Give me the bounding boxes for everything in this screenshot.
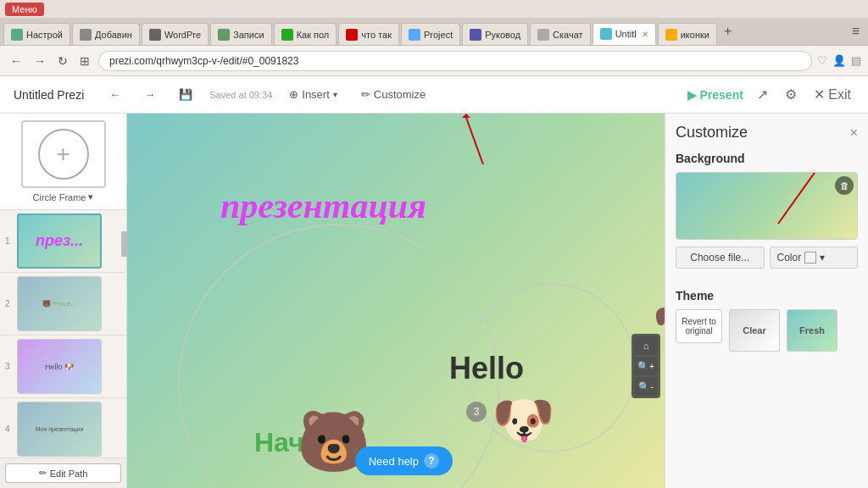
tab-close-untitl[interactable]: ✕ xyxy=(642,30,648,39)
share-button[interactable]: ↗ xyxy=(754,83,771,106)
frame-selector: + Circle Frame ▾ xyxy=(0,114,126,210)
color-swatch xyxy=(804,252,816,263)
title-bar: Меню xyxy=(0,0,868,19)
tab-project[interactable]: Project xyxy=(401,23,460,45)
refresh-button[interactable]: ↻ xyxy=(54,53,71,69)
panel-title: Customize xyxy=(676,124,748,141)
tab-label: Скачат xyxy=(553,30,583,40)
sidebar-resize-handle[interactable] xyxy=(121,231,127,257)
tab-icon-untitl xyxy=(600,28,612,40)
tab-nastroy[interactable]: Настрой xyxy=(3,23,70,45)
customize-panel: Customize × Background 🗑 Choose file... … xyxy=(665,114,868,488)
user-icon[interactable]: 👤 xyxy=(832,54,846,67)
slide-item-2[interactable]: 2 🐻 Proce... xyxy=(0,273,126,336)
clear-theme-label: Clear xyxy=(743,325,766,336)
theme-section-label: Theme xyxy=(676,289,858,302)
theme-item-fresh[interactable]: Fresh xyxy=(787,309,837,352)
tab-ikonki[interactable]: иконки xyxy=(658,23,717,45)
slide-num-1: 1 xyxy=(5,236,17,246)
tab-label: Настрой xyxy=(26,30,63,40)
svg-line-2 xyxy=(778,173,821,224)
edit-path-button[interactable]: ✏ Edit Path xyxy=(5,463,121,483)
canvas-drag-handle[interactable]: ⌂ 🔍+ 🔍- xyxy=(632,334,660,398)
home-button[interactable]: ⊞ xyxy=(76,53,93,69)
exit-button[interactable]: ✕ Exit xyxy=(810,83,854,106)
tab-icon-dobav xyxy=(80,29,92,41)
panel-close-button[interactable]: × xyxy=(850,125,858,141)
slide-thumb-1: през... xyxy=(17,214,102,269)
customize-button[interactable]: ✏ Customize xyxy=(354,85,432,104)
tab-icon-ikonki xyxy=(665,29,677,41)
canvas-main-text: презентация xyxy=(220,186,426,226)
close-icon: ✕ xyxy=(814,87,825,102)
tab-zapisi[interactable]: Записи xyxy=(210,23,272,45)
slide-thumb-content-4: Моя презентация xyxy=(18,402,101,456)
present-button[interactable]: ▶ Present xyxy=(687,88,743,102)
frame-label: Circle Frame ▾ xyxy=(33,191,94,202)
tab-icon-skachat xyxy=(537,29,549,41)
bookmark-icon[interactable]: ♡ xyxy=(817,54,827,67)
settings-button[interactable]: ⚙ xyxy=(782,83,800,106)
frame-plus-icon: + xyxy=(56,142,70,166)
frame-preview: + xyxy=(21,120,106,188)
background-delete-button[interactable]: 🗑 xyxy=(835,176,854,195)
insert-button[interactable]: ⊕ Insert ▾ xyxy=(282,85,344,104)
pencil-icon: ✏ xyxy=(361,88,370,101)
color-picker-button[interactable]: Color ▾ xyxy=(770,247,859,269)
tab-icon-chtotak xyxy=(346,29,358,41)
canvas-hello-text: Hello xyxy=(449,351,524,386)
menu-icon[interactable]: ▤ xyxy=(851,54,861,67)
canvas-num-badge-3: 3 xyxy=(466,402,487,422)
color-dropdown-arrow: ▾ xyxy=(820,252,825,263)
theme-item-revert[interactable]: Revert to original xyxy=(676,309,722,343)
arrow-indicator xyxy=(415,114,517,184)
tab-dobav[interactable]: Добавин xyxy=(72,23,140,45)
choose-file-button[interactable]: Choose file... xyxy=(676,247,765,269)
sidebar-bottom: ✏ Edit Path xyxy=(0,458,126,488)
canvas-smiledog-image: 🐶 xyxy=(492,395,555,446)
drag-home-button[interactable]: ⌂ xyxy=(634,336,658,355)
drag-zoom-in-button[interactable]: 🔍+ xyxy=(634,357,658,375)
slide-thumb-3: Hello 🐶 xyxy=(17,339,102,394)
tab-untitl[interactable]: Untitl ✕ xyxy=(593,23,656,45)
tab-chtotak[interactable]: что так xyxy=(338,23,399,45)
redo-button[interactable]: → xyxy=(137,85,162,104)
tab-icon-kakpol xyxy=(281,29,293,41)
tab-icon-project xyxy=(409,29,420,41)
canvas-area[interactable]: презентация Buy Hello Начало 2 3 🐻 🐕 🐶 ⌂… xyxy=(127,114,665,488)
forward-button[interactable]: → xyxy=(31,53,49,69)
theme-item-clear[interactable]: Clear xyxy=(729,309,780,352)
tab-rukovod[interactable]: Руковод xyxy=(462,23,528,45)
slide-thumb-content-2: 🐻 Proce... xyxy=(18,277,101,330)
tab-skachat[interactable]: Скачат xyxy=(530,23,591,45)
tab-label: WordPre xyxy=(164,30,201,40)
background-preview: 🗑 xyxy=(676,172,858,240)
theme-section: Theme Revert to original Clear Fresh xyxy=(676,289,858,352)
tab-label: Руковод xyxy=(485,30,520,40)
tab-icon-rukovod xyxy=(470,29,481,41)
slide-thumb-4: Моя презентация xyxy=(17,402,102,457)
save-button[interactable]: 💾 xyxy=(172,85,199,104)
address-input[interactable] xyxy=(98,51,812,71)
tab-kakpol[interactable]: Как пол xyxy=(274,23,337,45)
back-button[interactable]: ← xyxy=(7,53,25,69)
slide-num-2: 2 xyxy=(5,299,17,308)
undo-button[interactable]: ← xyxy=(103,85,127,104)
address-bar: ← → ↻ ⊞ ♡ 👤 ▤ xyxy=(0,46,868,76)
sidebar: + Circle Frame ▾ 1 през... 2 🐻 Proce... xyxy=(0,114,127,488)
slide-item-1[interactable]: 1 през... xyxy=(0,210,126,273)
tab-label: Как пол xyxy=(297,30,330,40)
tab-wordpre[interactable]: WordPre xyxy=(142,23,209,45)
background-controls: Choose file... Color ▾ xyxy=(676,247,858,269)
new-tab-button[interactable]: + xyxy=(719,24,737,39)
tabs-menu-button[interactable]: ≡ xyxy=(847,24,865,39)
slide-item-4[interactable]: 4 Моя презентация xyxy=(0,398,126,458)
slide-item-3[interactable]: 3 Hello 🐶 xyxy=(0,336,126,398)
tab-icon-nastroy xyxy=(11,29,23,41)
need-help-button[interactable]: Need help ? xyxy=(355,446,453,475)
menu-button[interactable]: Меню xyxy=(5,3,44,16)
drag-zoom-out-button[interactable]: 🔍- xyxy=(634,377,658,396)
tab-label: что так xyxy=(361,30,392,40)
slide-thumb-content-3: Hello 🐶 xyxy=(18,340,101,393)
path-icon: ✏ xyxy=(39,468,47,479)
